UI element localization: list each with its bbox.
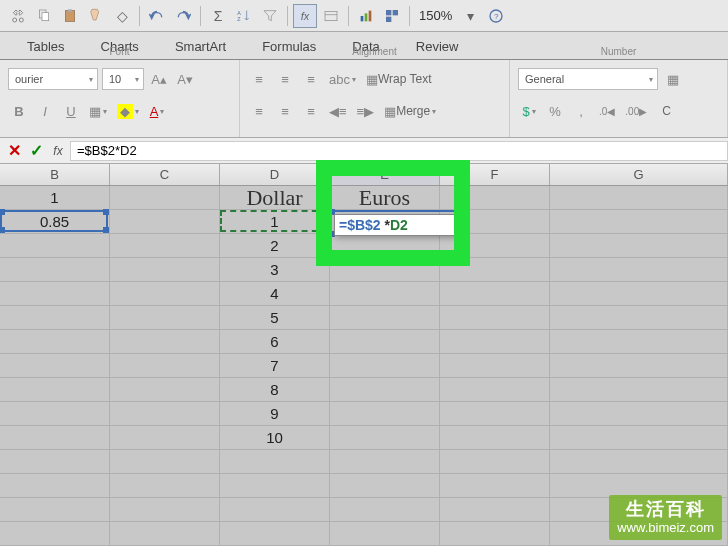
cell-B11[interactable] (0, 426, 110, 450)
col-header-B[interactable]: B (0, 164, 110, 185)
cell-C7[interactable] (110, 330, 220, 354)
border-button[interactable]: ▦ (86, 100, 110, 122)
cell-E1[interactable]: Euros (330, 186, 440, 210)
col-header-E[interactable]: E (330, 164, 440, 185)
cell-B1[interactable]: 1 (0, 186, 110, 210)
cell-F14[interactable] (440, 498, 550, 522)
fill-color-button[interactable]: ◆ (114, 100, 142, 122)
cell-D2[interactable]: 1 (220, 210, 330, 234)
cell-B10[interactable] (0, 402, 110, 426)
cell-G6[interactable] (550, 306, 728, 330)
cell-E3[interactable] (330, 234, 440, 258)
cell-F11[interactable] (440, 426, 550, 450)
cell-C5[interactable] (110, 282, 220, 306)
bold-button[interactable]: B (8, 100, 30, 122)
cell-C4[interactable] (110, 258, 220, 282)
cell-F5[interactable] (440, 282, 550, 306)
tab-formulas[interactable]: Formulas (245, 33, 333, 59)
cell-G11[interactable] (550, 426, 728, 450)
cut-icon[interactable] (6, 4, 30, 28)
cell-D10[interactable]: 9 (220, 402, 330, 426)
cell-F15[interactable] (440, 522, 550, 546)
cell-D1[interactable]: Dollar (220, 186, 330, 210)
cell-F8[interactable] (440, 354, 550, 378)
percent-button[interactable]: % (544, 100, 566, 122)
cell-E6[interactable] (330, 306, 440, 330)
cell-B5[interactable] (0, 282, 110, 306)
cell-C8[interactable] (110, 354, 220, 378)
cell-F2[interactable] (440, 210, 550, 234)
cell-F12[interactable] (440, 450, 550, 474)
font-size-select[interactable]: 10 (102, 68, 144, 90)
cell-D12[interactable] (220, 450, 330, 474)
gallery-icon[interactable] (380, 4, 404, 28)
cell-E5[interactable] (330, 282, 440, 306)
align-middle-icon[interactable]: ≡ (274, 68, 296, 90)
number-format-select[interactable]: General (518, 68, 658, 90)
cell-D9[interactable]: 8 (220, 378, 330, 402)
cell-F4[interactable] (440, 258, 550, 282)
cell-C1[interactable] (110, 186, 220, 210)
clear-icon[interactable]: ◇ (110, 4, 134, 28)
merge-button[interactable]: ▦ Merge (381, 100, 439, 122)
underline-button[interactable]: U (60, 100, 82, 122)
cell-D7[interactable]: 6 (220, 330, 330, 354)
cell-C14[interactable] (110, 498, 220, 522)
paste-icon[interactable] (58, 4, 82, 28)
tab-review[interactable]: Review (399, 33, 476, 59)
cell-G4[interactable] (550, 258, 728, 282)
formula-input[interactable]: =$B$2*D2 (70, 141, 728, 161)
increase-indent-icon[interactable]: ≡▶ (354, 100, 378, 122)
comma-button[interactable]: , (570, 100, 592, 122)
cell-F10[interactable] (440, 402, 550, 426)
fx-label-icon[interactable]: fx (48, 141, 68, 161)
cell-E4[interactable] (330, 258, 440, 282)
cell-G9[interactable] (550, 378, 728, 402)
cell-F13[interactable] (440, 474, 550, 498)
cell-B2[interactable]: 0.85 (0, 210, 110, 234)
font-name-select[interactable]: ourier (8, 68, 98, 90)
cancel-icon[interactable]: ✕ (4, 141, 24, 161)
cell-C15[interactable] (110, 522, 220, 546)
cell-E14[interactable] (330, 498, 440, 522)
conditional-format-icon[interactable]: ▦ (662, 68, 684, 90)
cell-E13[interactable] (330, 474, 440, 498)
cell-B9[interactable] (0, 378, 110, 402)
cell-F3[interactable] (440, 234, 550, 258)
zoom-dropdown-icon[interactable]: ▾ (458, 4, 482, 28)
wrap-text-button[interactable]: ▦ Wrap Text (363, 68, 435, 90)
cell-C13[interactable] (110, 474, 220, 498)
col-header-G[interactable]: G (550, 164, 728, 185)
cell-D6[interactable]: 5 (220, 306, 330, 330)
cell-E15[interactable] (330, 522, 440, 546)
tab-tables[interactable]: Tables (10, 33, 82, 59)
accept-icon[interactable]: ✓ (26, 141, 46, 161)
copy-icon[interactable] (32, 4, 56, 28)
filter-icon[interactable] (258, 4, 282, 28)
cell-F7[interactable] (440, 330, 550, 354)
cell-D14[interactable] (220, 498, 330, 522)
undo-icon[interactable] (145, 4, 169, 28)
align-right-icon[interactable]: ≡ (300, 100, 322, 122)
cell-G8[interactable] (550, 354, 728, 378)
col-header-F[interactable]: F (440, 164, 550, 185)
decrease-decimal-button[interactable]: .0◀ (596, 100, 618, 122)
cell-B8[interactable] (0, 354, 110, 378)
cell-G1[interactable] (550, 186, 728, 210)
cell-B12[interactable] (0, 450, 110, 474)
cell-C12[interactable] (110, 450, 220, 474)
increase-decimal-button[interactable]: .00▶ (622, 100, 650, 122)
col-header-D[interactable]: D (220, 164, 330, 185)
decrease-font-icon[interactable]: A▾ (174, 68, 196, 90)
cell-B14[interactable] (0, 498, 110, 522)
help-icon[interactable]: ? (484, 4, 508, 28)
cell-C3[interactable] (110, 234, 220, 258)
align-top-icon[interactable]: ≡ (248, 68, 270, 90)
cell-B4[interactable] (0, 258, 110, 282)
cell-E10[interactable] (330, 402, 440, 426)
format-painter-icon[interactable] (84, 4, 108, 28)
fx-icon[interactable]: fx (293, 4, 317, 28)
cell-F1[interactable] (440, 186, 550, 210)
font-color-button[interactable]: A (146, 100, 168, 122)
cell-G12[interactable] (550, 450, 728, 474)
